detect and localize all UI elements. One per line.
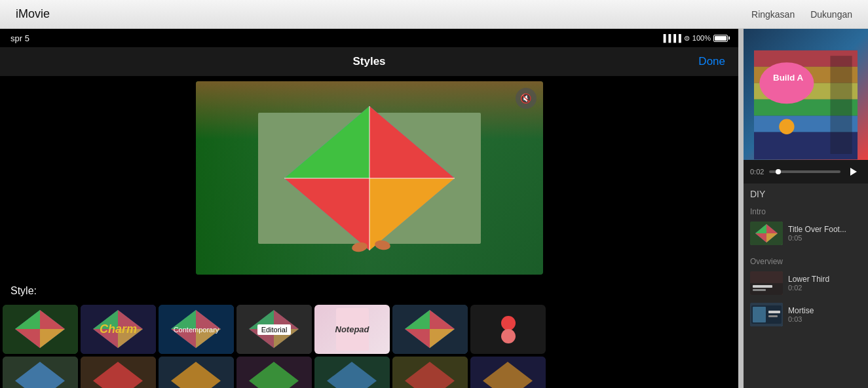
sidebar-thumb-intro: [750, 222, 783, 245]
style-thumb-row2-5[interactable]: [314, 357, 390, 388]
sidebar-preview-img: Build A: [744, 29, 868, 160]
style-thumb-playful[interactable]: [470, 305, 546, 354]
battery-icon: [713, 35, 728, 42]
mortise-title: Mortise: [788, 306, 861, 315]
playful-dot-2: [501, 329, 516, 343]
simulator-area: spr 5 ▐▐▐▐ ⊜ 100% Styles Done: [0, 29, 738, 388]
style-thumb-row2-3[interactable]: [159, 357, 234, 388]
thumb-bg-contemporary: Contemporary: [159, 305, 234, 354]
svg-rect-79: [768, 315, 778, 317]
kite-svg: [258, 93, 481, 263]
main-content: spr 5 ▐▐▐▐ ⊜ 100% Styles Done: [0, 29, 868, 388]
thumb-row2-kite-1: [3, 357, 78, 388]
mortise-duration: 0:03: [788, 315, 861, 323]
thumb-svg-mortise: [750, 303, 783, 326]
nav-dukungan[interactable]: Dukungan: [810, 9, 852, 20]
video-frame: 🔇: [196, 81, 543, 275]
timeline-playhead: [776, 169, 781, 174]
style-thumb-contemporary[interactable]: Contemporary: [159, 305, 234, 354]
thumb-bg-none: [3, 305, 78, 354]
mute-icon: 🔇: [520, 93, 531, 104]
thumbnails-row-2: [0, 354, 738, 388]
style-thumb-row2-2[interactable]: [81, 357, 156, 388]
signal-bars-icon: ▐▐▐▐: [661, 34, 681, 42]
overview-section-title: Overview: [744, 254, 868, 267]
thumb-bg-notepad: Notepad: [314, 305, 390, 354]
thumbnails-section: Charm Contemporary: [0, 302, 738, 388]
style-thumb-charm[interactable]: Charm: [81, 305, 156, 354]
sidebar-item-title-over-foot[interactable]: Title Over Foot... 0:05: [744, 218, 868, 249]
thumb-kite-simple: [392, 305, 468, 354]
nav-title: Styles: [352, 55, 385, 68]
thumb-row2-kite-5: [314, 357, 390, 388]
top-nav: Ringkasan Dukungan: [751, 9, 852, 20]
thumb-row2-kite-6: [392, 357, 468, 388]
sidebar-item-title-label: Title Over Foot...: [788, 225, 861, 234]
style-thumb-editorial[interactable]: Editorial: [236, 305, 312, 354]
sidebar-preview-svg: Build A: [754, 39, 858, 170]
intro-section-title: Intro: [744, 204, 868, 218]
battery-percent: 100%: [692, 34, 711, 42]
nav-ringkasan[interactable]: Ringkasan: [751, 9, 795, 20]
sidebar-item-mortise[interactable]: Mortise 0:03: [744, 299, 868, 330]
sidebar-overview-section: Overview Lower Third 0:02: [744, 252, 868, 333]
thumb-row2-kite-4: [236, 357, 312, 388]
style-thumb-row2-6[interactable]: [392, 357, 468, 388]
style-thumb-simple[interactable]: [392, 305, 468, 354]
sidebar-item-info-lower: Lower Third 0:02: [788, 275, 861, 292]
style-label-bar: Style:: [0, 280, 738, 302]
svg-rect-74: [753, 289, 766, 291]
app-nav-bar: Styles Done: [0, 47, 738, 76]
notepad-label: Notepad: [335, 324, 369, 334]
video-frame-inner: [196, 81, 543, 275]
kite-container: [196, 81, 543, 275]
editorial-label: Editorial: [257, 324, 292, 335]
sidebar-item-info-intro: Title Over Foot... 0:05: [788, 225, 861, 242]
thumb-kite-none: [3, 305, 78, 354]
wifi-icon: ⊜: [684, 34, 690, 43]
svg-point-61: [759, 62, 814, 104]
style-thumb-none[interactable]: [3, 305, 78, 354]
thumb-row2-kite-7: [470, 357, 546, 388]
thumbnails-row-1: Charm Contemporary: [0, 305, 738, 354]
done-button[interactable]: Done: [698, 55, 725, 68]
separator: [738, 29, 744, 388]
thumb-bg-playful: [470, 305, 546, 354]
style-thumb-row2-7[interactable]: [470, 357, 546, 388]
sidebar-item-info-mortise: Mortise 0:03: [788, 306, 861, 323]
style-thumb-row2-4[interactable]: [236, 357, 312, 388]
diy-section-title: DIY: [744, 184, 868, 202]
thumb-row2-kite-3: [159, 357, 234, 388]
sidebar-item-lower-third[interactable]: Lower Third 0:02: [744, 267, 868, 299]
battery-fill: [715, 36, 726, 41]
thumb-bg-editorial: Editorial: [236, 305, 312, 354]
svg-rect-78: [768, 311, 780, 313]
thumb-svg-lower: [750, 271, 783, 295]
sidebar-preview: Build A: [744, 29, 868, 160]
video-preview: 🔇: [0, 76, 738, 280]
mute-button[interactable]: 🔇: [516, 88, 537, 109]
thumb-bg-charm: Charm: [81, 305, 156, 354]
sidebar-intro-section: Intro Title Over Foot... 0:05: [744, 202, 868, 252]
top-bar: iMovie Ringkasan Dukungan: [0, 0, 868, 29]
style-thumb-row2-1[interactable]: [3, 357, 78, 388]
timeline-bar[interactable]: [769, 170, 840, 173]
lower-third-duration: 0:02: [788, 284, 861, 292]
style-thumb-notepad[interactable]: Notepad: [314, 305, 390, 354]
thumb-svg-intro: [750, 222, 783, 245]
thumb-row2-kite-2: [81, 357, 156, 388]
contemporary-label: Contemporary: [174, 326, 219, 334]
svg-rect-64: [830, 56, 852, 154]
sidebar-thumb-mortise: [750, 303, 783, 326]
svg-rect-73: [753, 285, 772, 288]
charm-label: Charm: [100, 322, 137, 336]
lower-third-title: Lower Third: [788, 275, 861, 284]
sidebar-thumb-lower: [750, 271, 783, 295]
right-sidebar: Build A 0:02 DIY Intro: [744, 29, 868, 388]
status-time: spr 5: [10, 33, 29, 43]
status-bar: spr 5 ▐▐▐▐ ⊜ 100%: [0, 29, 738, 47]
style-label: Style:: [10, 285, 37, 296]
svg-rect-77: [753, 307, 766, 322]
app-title: iMovie: [16, 7, 50, 21]
playful-dot-1: [501, 316, 516, 330]
